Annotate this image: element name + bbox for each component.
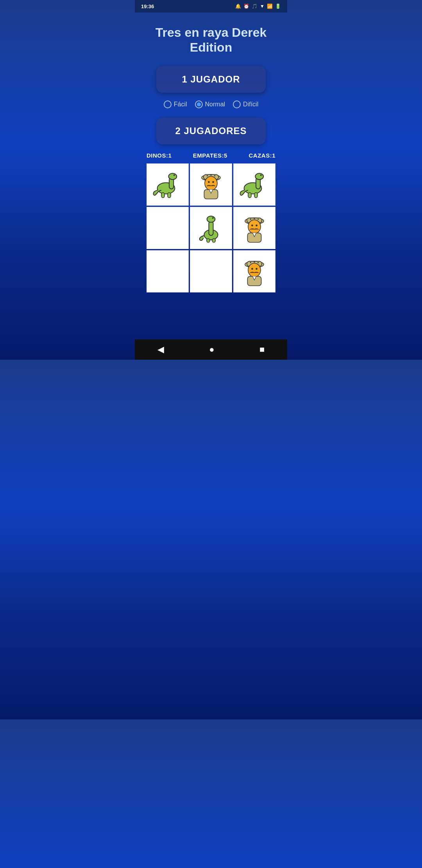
- svg-point-43: [256, 268, 257, 270]
- status-icons: 🔔 ⏰ 🎵 ▼ 📶 🔋: [235, 4, 281, 9]
- svg-point-24: [212, 217, 214, 219]
- radio-easy[interactable]: [164, 100, 172, 108]
- svg-point-13: [212, 181, 214, 183]
- svg-point-38: [250, 262, 251, 263]
- hunter-icon: [239, 256, 270, 287]
- radio-normal[interactable]: [195, 100, 203, 108]
- svg-point-12: [208, 181, 210, 183]
- difficulty-easy[interactable]: Fácil: [164, 100, 187, 108]
- svg-point-29: [250, 219, 251, 220]
- svg-point-33: [251, 224, 253, 226]
- back-button[interactable]: ◀: [150, 341, 172, 358]
- svg-rect-22: [209, 221, 213, 235]
- svg-point-23: [207, 216, 215, 222]
- svg-point-32: [248, 220, 261, 233]
- cell-1-0[interactable]: [147, 207, 189, 249]
- difficulty-normal-label: Normal: [205, 101, 225, 108]
- cell-1-1[interactable]: [190, 207, 232, 249]
- cell-2-2[interactable]: [233, 250, 275, 292]
- svg-rect-19: [248, 193, 251, 198]
- status-bar: 19:36 🔔 ⏰ 🎵 ▼ 📶 🔋: [135, 0, 287, 13]
- difficulty-hard-label: Difícil: [243, 101, 258, 108]
- cazas-score: CAZAS:1: [249, 152, 275, 159]
- svg-point-17: [255, 173, 263, 179]
- one-player-button[interactable]: 1 JUGADOR: [156, 66, 266, 93]
- svg-point-34: [256, 224, 257, 226]
- status-time: 19:36: [141, 4, 154, 9]
- two-players-button[interactable]: 2 JUGADORES: [156, 118, 266, 144]
- media-icon: 🎵: [252, 4, 257, 9]
- svg-point-18: [260, 174, 262, 176]
- game-board: [147, 163, 275, 292]
- dinos-score: DINOS:1: [147, 152, 172, 159]
- dino-icon: [239, 169, 270, 200]
- svg-point-42: [251, 268, 253, 270]
- signal-icon: 📶: [267, 4, 273, 9]
- radio-hard[interactable]: [233, 100, 241, 108]
- svg-point-8: [207, 175, 208, 176]
- svg-point-40: [257, 262, 259, 263]
- svg-point-3: [173, 174, 175, 176]
- app-title: Tres en raya Derek Edition: [141, 25, 281, 55]
- svg-point-39: [254, 261, 255, 262]
- recents-button[interactable]: ■: [252, 341, 272, 358]
- cell-0-2[interactable]: [233, 163, 275, 206]
- svg-point-11: [205, 176, 217, 190]
- difficulty-normal[interactable]: Normal: [195, 100, 225, 108]
- cell-2-1[interactable]: [190, 250, 232, 292]
- svg-rect-5: [168, 193, 171, 198]
- cell-2-0[interactable]: [147, 250, 189, 292]
- svg-point-2: [168, 173, 177, 179]
- svg-rect-20: [254, 193, 257, 198]
- alarm-icon: ⏰: [243, 4, 249, 9]
- hunter-icon: [195, 169, 227, 200]
- difficulty-hard[interactable]: Difícil: [233, 100, 258, 108]
- dino-icon: [195, 212, 227, 244]
- radio-normal-inner: [197, 102, 201, 106]
- svg-point-30: [254, 218, 255, 219]
- difficulty-easy-label: Fácil: [174, 101, 187, 108]
- cell-0-1[interactable]: [190, 163, 232, 206]
- dino-icon: [152, 169, 183, 200]
- svg-point-9: [210, 174, 211, 176]
- home-button[interactable]: ●: [201, 341, 222, 358]
- bottom-nav: ◀ ● ■: [135, 339, 287, 360]
- hunter-icon: [239, 212, 270, 244]
- scores-row: DINOS:1 EMPATES:5 CAZAS:1: [147, 152, 275, 159]
- svg-rect-25: [207, 239, 210, 242]
- cell-0-0[interactable]: [147, 163, 189, 206]
- wifi-icon: ▼: [260, 4, 265, 9]
- battery-icon: 🔋: [275, 4, 281, 9]
- empates-score: EMPATES:5: [193, 152, 227, 159]
- cell-1-2[interactable]: [233, 207, 275, 249]
- svg-rect-4: [161, 193, 165, 198]
- difficulty-selector: Fácil Normal Difícil: [164, 100, 258, 108]
- svg-point-10: [214, 175, 215, 176]
- svg-point-41: [248, 263, 261, 277]
- svg-rect-26: [212, 239, 215, 242]
- notification-icon: 🔔: [235, 4, 241, 9]
- svg-point-31: [257, 219, 259, 220]
